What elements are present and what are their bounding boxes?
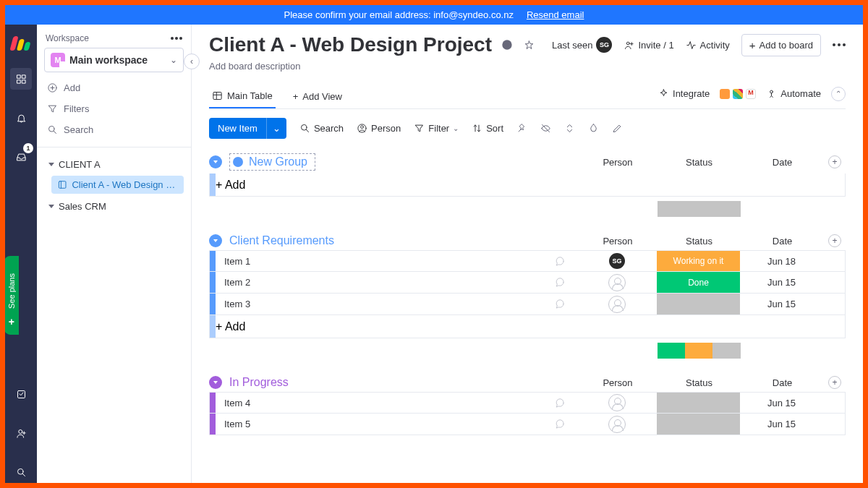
group-name[interactable]: Client Requirements [229, 234, 334, 247]
svg-point-10 [502, 40, 511, 49]
new-item-dropdown[interactable]: ⌄ [266, 118, 286, 139]
column-header-date[interactable]: Date [741, 377, 824, 388]
date-cell[interactable]: Jun 15 [740, 419, 823, 429]
table-row[interactable]: Item 4Jun 15 [209, 392, 846, 414]
svg-rect-0 [17, 74, 20, 77]
item-name[interactable]: Item 5 [216, 419, 541, 429]
toolbar-sort[interactable]: Sort [472, 123, 503, 134]
item-name[interactable]: Item 2 [216, 277, 541, 288]
collapse-header-button[interactable]: ⌃ [831, 87, 846, 101]
board-title[interactable]: Client A - Web Design Project [209, 33, 492, 56]
group-name[interactable]: In Progress [229, 376, 289, 389]
add-view-button[interactable]: +Add View [290, 85, 345, 108]
workspaces-icon[interactable] [10, 68, 32, 90]
column-header-person[interactable]: Person [578, 377, 658, 388]
conversation-icon[interactable] [541, 299, 577, 309]
color-icon[interactable] [588, 123, 599, 134]
date-cell[interactable]: Jun 15 [740, 398, 823, 408]
sidebar-search[interactable]: Search [44, 121, 184, 138]
person-cell[interactable]: SG [577, 253, 657, 269]
integrate-button[interactable]: Integrate [658, 88, 710, 99]
add-column-button[interactable]: + [828, 155, 841, 168]
status-cell[interactable] [657, 294, 740, 314]
column-header-status[interactable]: Status [658, 236, 741, 247]
workspace-menu-button[interactable] [171, 37, 182, 40]
hide-icon[interactable] [540, 123, 551, 134]
group-collapse-button[interactable] [209, 376, 222, 389]
group-name-input[interactable]: New Group [229, 153, 315, 171]
date-cell[interactable]: Jun 15 [740, 277, 823, 288]
search-everything-icon[interactable] [10, 461, 32, 483]
toolbar-person[interactable]: Person [357, 123, 401, 134]
add-to-board-button[interactable]: +Add to board [741, 34, 821, 56]
add-column-button[interactable]: + [828, 376, 841, 389]
table-row[interactable]: Item 2DoneJun 15 [209, 272, 846, 294]
tree-folder-client-a[interactable]: CLIENT A [44, 156, 184, 173]
column-header-status[interactable]: Status [658, 157, 741, 168]
activity-button[interactable]: Activity [686, 40, 730, 51]
info-icon[interactable] [501, 39, 514, 51]
integration-icons[interactable] [720, 89, 756, 99]
automate-button[interactable]: Automate [766, 88, 821, 99]
invite-members-icon[interactable] [10, 422, 32, 444]
sidebar-filters[interactable]: Filters [44, 100, 184, 117]
column-header-date[interactable]: Date [741, 236, 824, 247]
item-name[interactable]: Item 3 [216, 299, 541, 309]
item-name[interactable]: Item 1 [216, 256, 541, 267]
person-cell[interactable] [577, 274, 657, 291]
invite-button[interactable]: Invite / 1 [624, 40, 673, 51]
status-cell[interactable] [657, 393, 740, 413]
board-menu-button[interactable] [833, 43, 846, 46]
sidebar-add[interactable]: Add [44, 80, 184, 96]
date-cell[interactable]: Jun 15 [740, 299, 823, 309]
item-name[interactable]: Item 4 [216, 398, 541, 408]
star-icon[interactable] [522, 40, 535, 51]
group-collapse-button[interactable] [209, 155, 222, 168]
edit-icon[interactable] [612, 123, 623, 134]
avatar: SG [596, 37, 612, 53]
height-icon[interactable] [564, 123, 575, 134]
notifications-icon[interactable] [10, 107, 32, 129]
person-cell[interactable] [577, 394, 657, 411]
conversation-icon[interactable] [541, 419, 577, 429]
tree-folder-sales-crm[interactable]: Sales CRM [44, 198, 184, 215]
svg-point-11 [627, 42, 630, 45]
workspace-heading: Workspace [46, 33, 89, 43]
inbox-icon[interactable]: 1 [10, 146, 32, 168]
conversation-icon[interactable] [541, 277, 577, 288]
resend-email-link[interactable]: Resend email [527, 9, 584, 20]
column-header-date[interactable]: Date [741, 157, 824, 168]
workspace-selector[interactable]: M Main workspace ⌄ [44, 48, 184, 72]
pin-icon[interactable] [516, 123, 527, 134]
toolbar-search[interactable]: Search [299, 123, 344, 134]
column-header-person[interactable]: Person [578, 236, 658, 247]
date-cell[interactable]: Jun 18 [740, 256, 823, 267]
table-row[interactable]: Item 1SGWorking on itJun 18 [209, 250, 846, 272]
new-item-button[interactable]: New Item⌄ [209, 118, 286, 139]
my-work-icon[interactable] [10, 383, 32, 405]
add-item-row[interactable]: + Add [209, 174, 846, 197]
column-header-person[interactable]: Person [578, 157, 658, 168]
add-item-row[interactable]: + Add [209, 315, 846, 338]
status-cell[interactable]: Working on it [657, 251, 740, 271]
last-seen[interactable]: Last seenSG [552, 37, 612, 53]
table-row[interactable]: Item 3Jun 15 [209, 294, 846, 315]
workspace-avatar: M [51, 53, 65, 67]
status-cell[interactable] [657, 414, 740, 435]
tab-main-table[interactable]: Main Table [209, 85, 276, 108]
group-collapse-button[interactable] [209, 234, 222, 247]
add-column-button[interactable]: + [828, 234, 841, 247]
see-plans-button[interactable]: See plans [5, 256, 19, 335]
toolbar-filter[interactable]: Filter⌄ [414, 123, 459, 134]
conversation-icon[interactable] [541, 256, 577, 267]
svg-rect-1 [22, 74, 25, 77]
svg-rect-3 [22, 80, 25, 82]
status-cell[interactable]: Done [657, 272, 740, 293]
tree-board-client-a[interactable]: Client A - Web Design Pr... [51, 176, 184, 194]
conversation-icon[interactable] [541, 398, 577, 408]
person-cell[interactable] [577, 416, 657, 433]
column-header-status[interactable]: Status [658, 377, 741, 388]
board-description[interactable]: Add board description [209, 61, 846, 72]
person-cell[interactable] [577, 296, 657, 313]
table-row[interactable]: Item 5Jun 15 [209, 414, 846, 435]
